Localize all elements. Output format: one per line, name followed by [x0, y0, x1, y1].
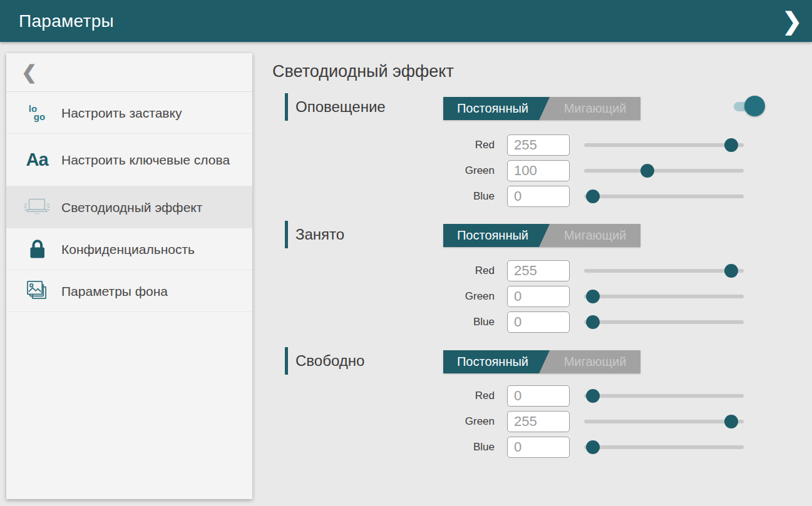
notification-enabled-switch[interactable]	[734, 95, 768, 118]
sidebar-item-led-effect[interactable]: Светодиодный эффект	[6, 186, 252, 228]
slider-track	[584, 295, 744, 298]
green-slider[interactable]	[584, 160, 744, 181]
slider-thumb[interactable]	[724, 415, 738, 428]
blue-row: Blue	[451, 311, 744, 333]
keywords-icon: Aa	[23, 149, 51, 170]
mode-toggle-notification: Постоянный Мигающий	[443, 97, 640, 120]
chevron-left-icon: ❮	[21, 61, 37, 83]
section-label-free: Свободно	[296, 347, 364, 375]
rgb-rows-free: Red Green Blue	[451, 385, 744, 462]
logo-icon: lo go	[23, 104, 51, 121]
sidebar-item-background[interactable]: Параметры фона	[6, 270, 252, 312]
mode-solid-button[interactable]: Постоянный	[443, 224, 550, 247]
section-accent-bar	[285, 347, 288, 375]
section-accent-bar	[285, 93, 288, 121]
lock-icon	[23, 238, 51, 260]
green-slider[interactable]	[584, 286, 744, 307]
collapse-panel-icon[interactable]: ❯	[782, 9, 802, 33]
red-row: Red	[451, 260, 744, 281]
slider-track	[584, 394, 744, 398]
mode-solid-button[interactable]: Постоянный	[443, 97, 550, 120]
blue-label: Blue	[451, 316, 495, 328]
green-row: Green	[451, 160, 744, 181]
mode-blinking-button[interactable]: Мигающий	[550, 350, 640, 373]
slider-track	[584, 445, 744, 449]
red-slider[interactable]	[584, 134, 744, 156]
sidebar-item-label: Настроить ключевые слова	[61, 151, 230, 168]
slider-track	[584, 320, 744, 324]
slider-thumb[interactable]	[586, 290, 600, 303]
rgb-rows-busy: Red Green Blue	[451, 260, 744, 337]
slider-track	[584, 195, 744, 198]
sidebar-back-button[interactable]: ❮	[6, 53, 252, 92]
blue-slider[interactable]	[584, 437, 744, 458]
mode-toggle-busy: Постоянный Мигающий	[443, 224, 640, 247]
sidebar-item-keywords[interactable]: Aa Настроить ключевые слова	[6, 134, 252, 186]
red-value-input[interactable]	[507, 134, 570, 156]
switch-thumb	[744, 96, 765, 116]
blue-slider[interactable]	[584, 186, 744, 207]
blue-value-input[interactable]	[507, 186, 570, 207]
green-row: Green	[451, 286, 744, 307]
sidebar-item-label: Настроить заставку	[61, 104, 182, 121]
background-icon	[23, 280, 51, 302]
green-slider[interactable]	[584, 411, 744, 432]
mode-toggle-free: Постоянный Мигающий	[443, 350, 640, 373]
slider-track	[584, 169, 744, 173]
slider-thumb[interactable]	[640, 164, 654, 178]
red-label: Red	[451, 390, 495, 402]
settings-sidebar: ❮ lo go Настроить заставку Aa Настроить …	[6, 53, 252, 499]
red-row: Red	[451, 134, 744, 156]
section-accent-bar	[285, 221, 288, 248]
app-title: Параметры	[19, 11, 114, 31]
green-value-input[interactable]	[507, 160, 570, 181]
sidebar-item-screensaver[interactable]: lo go Настроить заставку	[6, 92, 252, 134]
rgb-rows-notification: Red Green Blue	[451, 134, 744, 211]
blue-row: Blue	[451, 186, 744, 207]
sidebar-item-label: Конфиденциальность	[61, 241, 195, 258]
slider-track	[584, 143, 744, 147]
section-label-notification: Оповещение	[296, 93, 386, 121]
green-label: Green	[451, 290, 495, 303]
blue-label: Blue	[451, 190, 495, 203]
mode-blinking-button[interactable]: Мигающий	[550, 97, 640, 120]
mode-blinking-button[interactable]: Мигающий	[550, 224, 640, 247]
slider-thumb[interactable]	[586, 440, 600, 454]
blue-slider[interactable]	[584, 311, 744, 333]
slider-track	[584, 269, 744, 273]
led-effect-icon	[23, 197, 51, 217]
slider-thumb[interactable]	[586, 190, 600, 203]
blue-label: Blue	[451, 441, 495, 453]
page-title: Светодиодный эффект	[272, 62, 454, 81]
sidebar-item-label: Параметры фона	[61, 283, 168, 300]
slider-thumb[interactable]	[586, 389, 600, 403]
green-label: Green	[451, 415, 495, 428]
slider-thumb[interactable]	[724, 138, 738, 152]
red-label: Red	[451, 139, 495, 151]
red-value-input[interactable]	[507, 385, 570, 407]
slider-thumb[interactable]	[724, 264, 738, 278]
slider-thumb[interactable]	[586, 315, 600, 329]
blue-row: Blue	[451, 437, 744, 458]
sidebar-item-privacy[interactable]: Конфиденциальность	[6, 228, 252, 270]
red-label: Red	[451, 265, 495, 277]
slider-track	[584, 420, 744, 423]
green-value-input[interactable]	[507, 411, 570, 432]
red-slider[interactable]	[584, 385, 744, 407]
app-header: Параметры ❯	[0, 0, 812, 42]
red-value-input[interactable]	[507, 260, 570, 281]
mode-solid-button[interactable]: Постоянный	[443, 350, 550, 373]
blue-value-input[interactable]	[507, 437, 570, 458]
green-value-input[interactable]	[507, 286, 570, 307]
green-label: Green	[451, 164, 495, 177]
red-row: Red	[451, 385, 744, 407]
green-row: Green	[451, 411, 744, 432]
red-slider[interactable]	[584, 260, 744, 281]
section-label-busy: Занято	[296, 221, 344, 248]
settings-app: Параметры ❯ ❮ lo go Настроить заставку A…	[0, 0, 812, 506]
sidebar-item-label: Светодиодный эффект	[61, 199, 202, 216]
blue-value-input[interactable]	[507, 311, 570, 333]
